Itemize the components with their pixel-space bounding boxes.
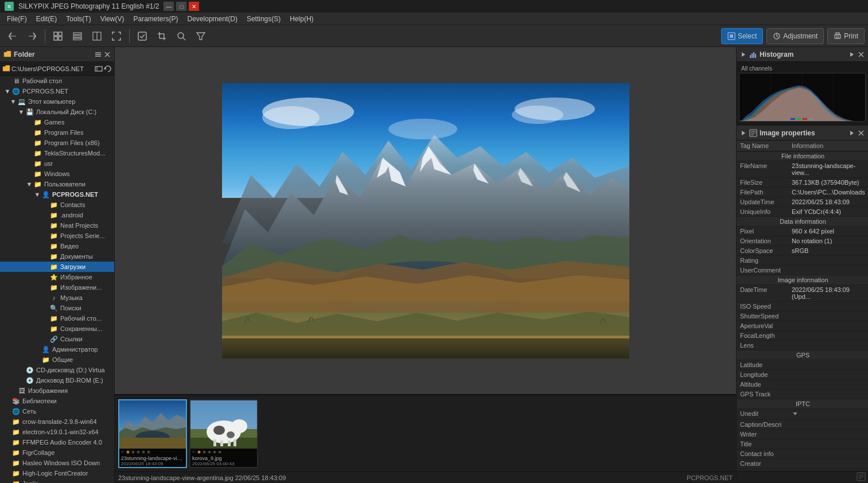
forward-button[interactable] — [23, 28, 41, 45]
minimize-button[interactable]: — — [164, 2, 174, 11]
tree-item-desktop2[interactable]: 📁 Рабочий сто... — [0, 313, 114, 324]
tree-item-drive-d[interactable]: 💿 CD-дисковод (D:) Virtua — [0, 365, 114, 375]
image-props-header[interactable]: Image properties — [737, 126, 868, 141]
browse-icon[interactable] — [95, 65, 103, 73]
tree-item-computer[interactable]: ▼ 💻 Этот компьютер — [0, 96, 114, 107]
tree-item-video[interactable]: 📁 Видео — [0, 241, 114, 251]
thumbnail-2[interactable]: ○ ★ ★ ★ ★ ★ korova_9.jpg 2022/06/25 03:0… — [189, 399, 258, 468]
svg-point-40 — [512, 106, 563, 124]
print-button[interactable]: Print — [827, 28, 865, 44]
props-expand-icon[interactable] — [848, 130, 855, 137]
menu-parameters[interactable]: Parameters(P) — [129, 14, 183, 24]
tree-item-userpcprogs[interactable]: ▼ 👤 PCPROGS.NET — [0, 189, 114, 200]
tree-item-electron[interactable]: 📁 electron-v19.0.1-win32-x64 — [0, 427, 114, 437]
tree-item-joplin[interactable]: 📁 Joplin — [0, 478, 114, 483]
lens-button[interactable] — [172, 28, 190, 45]
tree-item-users[interactable]: ▼ 📁 Пользователи — [0, 179, 114, 189]
close-button[interactable]: ✕ — [189, 2, 199, 11]
fullscreen-button[interactable] — [107, 28, 126, 45]
tree-item-pictures[interactable]: 🖼 Изображения — [0, 385, 114, 396]
grid-view-button[interactable] — [49, 28, 67, 45]
histogram-expand-icon[interactable] — [848, 51, 855, 58]
menu-help[interactable]: Help(H) — [285, 14, 318, 24]
tree-item-usr[interactable]: 📁 usr — [0, 158, 114, 169]
svg-rect-87 — [796, 118, 801, 120]
svg-rect-76 — [752, 53, 753, 58]
pictures-icon: 🖼 — [17, 387, 26, 394]
tree-item-games[interactable]: 📁 Games — [0, 117, 114, 127]
tree-item-programfiles[interactable]: 📁 Program Files — [0, 127, 114, 138]
tree-item-tekla[interactable]: 📁 TeklaStructuresMod... — [0, 148, 114, 158]
svg-point-67 — [231, 419, 247, 433]
sidebar-close-icon[interactable] — [104, 51, 111, 58]
filter-button[interactable] — [192, 28, 210, 45]
tree-item-search[interactable]: 🔍 Поиски — [0, 303, 114, 313]
props-close-icon[interactable] — [858, 130, 865, 137]
list-view-button[interactable] — [68, 28, 87, 45]
tree-item-hasleo[interactable]: 📁 Hasleo Windows ISO Down — [0, 458, 114, 468]
tree-item-network[interactable]: 🌐 Сеть — [0, 406, 114, 416]
maximize-button[interactable]: □ — [176, 2, 186, 11]
menu-settings[interactable]: Settings(S) — [242, 14, 285, 24]
svg-marker-98 — [793, 412, 797, 415]
expand-right-icon — [740, 51, 747, 58]
tree-item-favorites[interactable]: ⭐ Избранное — [0, 272, 114, 282]
menu-tools[interactable]: Tools(T) — [61, 14, 95, 24]
toolbar-right: Select Adjustment Print — [721, 28, 865, 44]
user-pcprogs-icon: 👤 — [41, 191, 50, 198]
tree-item-projectserie[interactable]: 📁 Projects Serie... — [0, 231, 114, 241]
tree-item-ffmpeg[interactable]: 📁 FFMPEG Audio Encoder 4.0 — [0, 437, 114, 447]
unedit-dropdown-icon[interactable] — [792, 410, 799, 417]
tree-item-neatprojects[interactable]: 📁 Neat Projects — [0, 220, 114, 231]
documents-icon: 📁 — [49, 253, 59, 260]
histogram-close-icon[interactable] — [858, 51, 865, 58]
tree-item-highlogic[interactable]: 📁 High-Logic FontCreator — [0, 468, 114, 478]
thumbnail-1[interactable]: ○ ★ ★ ★ ★ ★ 23stunning-landscape-view-a … — [118, 399, 187, 468]
menu-file[interactable]: File(F) — [2, 14, 32, 24]
tree-item-images[interactable]: 📁 Изображени... — [0, 282, 114, 293]
svg-rect-5 — [59, 37, 62, 40]
tree-item-documents[interactable]: 📁 Документы — [0, 251, 114, 262]
tree-item-programfiles86[interactable]: 📁 Program Files (x86) — [0, 138, 114, 148]
menu-edit[interactable]: Edit(E) — [32, 14, 62, 24]
folder-tree[interactable]: 🖥 Рабочий стол ▼ 🌐 PCPROGS.NET ▼ 💻 Этот … — [0, 76, 114, 483]
back-button[interactable] — [3, 28, 22, 45]
tree-item-drive-e[interactable]: 💿 Дисковод BD-ROM (E:) — [0, 375, 114, 385]
compare-button[interactable] — [88, 28, 106, 45]
path-input[interactable] — [11, 65, 94, 72]
histogram-header[interactable]: Histogram — [737, 47, 868, 62]
admin-icon: 👤 — [41, 346, 50, 353]
svg-rect-20 — [730, 34, 733, 38]
tree-item-pcprogs[interactable]: ▼ 🌐 PCPROGS.NET — [0, 86, 114, 96]
adjustment-button[interactable]: Adjustment — [766, 28, 824, 44]
windows-icon: 📁 — [33, 170, 42, 178]
tree-item-desktop[interactable]: 🖥 Рабочий стол — [0, 76, 114, 86]
tree-item-drive-c[interactable]: ▼ 💾 Локальный Диск (C:) — [0, 107, 114, 117]
tree-item-admin[interactable]: 👤 Администратор — [0, 344, 114, 355]
sidebar-menu-icon[interactable] — [95, 51, 102, 58]
crop-button[interactable] — [153, 28, 171, 45]
tree-item-android[interactable]: 📁 .android — [0, 210, 114, 220]
tree-item-crow[interactable]: 📁 crow-translate-2.9.8-win64 — [0, 416, 114, 427]
tree-item-saved[interactable]: 📁 Сохраненны... — [0, 324, 114, 334]
status-text: 23stunning-landscape-view-argentina.jpg … — [118, 474, 286, 481]
tree-item-windows[interactable]: 📁 Windows — [0, 169, 114, 179]
image-info-header: Image information — [737, 275, 868, 285]
props-scroll[interactable]: Tag Name Information File information Fi… — [737, 141, 868, 471]
tree-item-links[interactable]: 🔗 Ссылки — [0, 334, 114, 344]
check-button[interactable] — [133, 28, 151, 45]
tree-item-public[interactable]: 📁 Общие — [0, 355, 114, 365]
menu-view[interactable]: View(V) — [96, 14, 129, 24]
tree-item-downloads[interactable]: 📁 Загрузки — [0, 262, 114, 272]
row-longitude: Longitude — [737, 370, 868, 380]
tree-item-contacts[interactable]: 📁 Contacts — [0, 200, 114, 210]
tree-item-music[interactable]: ♪ Музыка — [0, 293, 114, 303]
menu-development[interactable]: Development(D) — [183, 14, 242, 24]
refresh-icon[interactable] — [104, 65, 112, 73]
print-label: Print — [844, 32, 858, 40]
filmstrip[interactable]: ○ ★ ★ ★ ★ ★ 23stunning-landscape-view-a … — [115, 394, 736, 472]
select-button[interactable]: Select — [721, 28, 763, 44]
tree-item-libraries[interactable]: 📚 Библиотеки — [0, 396, 114, 406]
svg-point-68 — [213, 426, 225, 435]
tree-item-figr[interactable]: 📁 FigrCollage — [0, 447, 114, 458]
